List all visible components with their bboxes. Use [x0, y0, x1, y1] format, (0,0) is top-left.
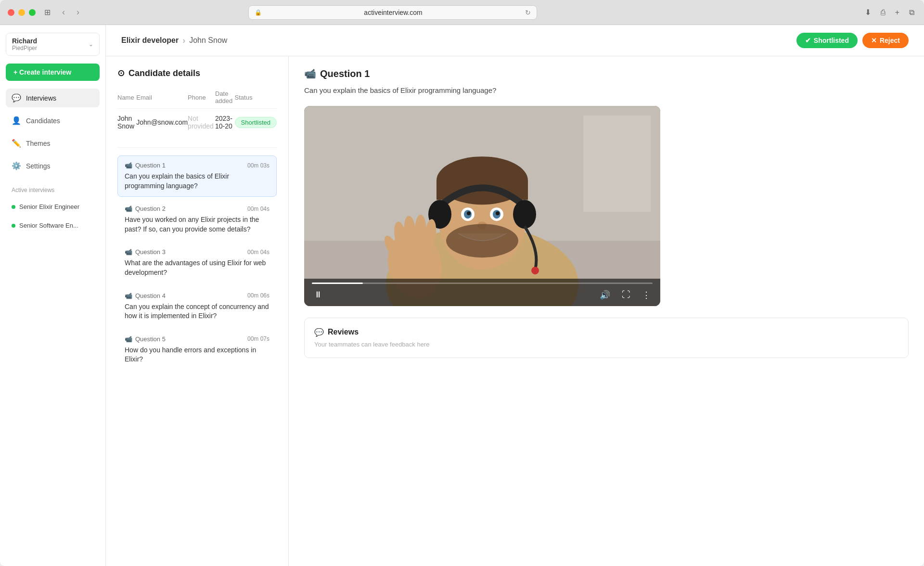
- left-panel: ⊙ Candidate details Name Email Phone Dat…: [106, 56, 289, 566]
- main-question-text: Can you explain the basics of Elixir pro…: [304, 85, 909, 96]
- question-4-label: 📹 Question 4: [125, 292, 166, 299]
- question-item-5[interactable]: 📹 Question 5 00m 07s How do you handle e…: [117, 329, 277, 371]
- back-btn[interactable]: ‹: [59, 5, 68, 19]
- new-tab-btn[interactable]: +: [893, 6, 901, 19]
- question-item-2[interactable]: 📹 Question 2 00m 04s Have you worked on …: [117, 199, 277, 240]
- question-2-header: 📹 Question 2 00m 04s: [125, 205, 270, 212]
- tabs-btn[interactable]: ⧉: [907, 6, 916, 19]
- question-3-label: 📹 Question 3: [125, 248, 166, 256]
- svg-point-12: [467, 211, 471, 215]
- question-list: 📹 Question 1 00m 03s Can you explain the…: [117, 155, 277, 371]
- sidebar-item-interviews[interactable]: 💬 Interviews: [6, 89, 100, 107]
- play-pause-button[interactable]: ⏸: [312, 288, 324, 302]
- sidebar-item-interviews-label: Interviews: [26, 94, 56, 102]
- sidebar-item-senior-elixir[interactable]: Senior Elixir Engineer: [6, 199, 100, 214]
- sidebar-item-settings[interactable]: ⚙️ Settings: [6, 156, 100, 175]
- window-controls: [8, 9, 36, 16]
- main-question-title: 📹 Question 1: [304, 68, 909, 79]
- question-4-duration: 00m 06s: [247, 292, 270, 299]
- shortlisted-button[interactable]: ✔ Shortlisted: [796, 33, 858, 48]
- close-dot[interactable]: [8, 9, 14, 16]
- breadcrumb-parent: Elixir developer: [121, 36, 179, 45]
- video-progress-fill: [312, 283, 363, 284]
- address-bar[interactable]: 🔒 activeinterview.com ↻: [248, 5, 537, 20]
- question-1-header: 📹 Question 1 00m 03s: [125, 162, 270, 169]
- col-status: Status: [235, 86, 277, 109]
- share-btn[interactable]: ⎙: [879, 6, 887, 19]
- candidate-date: 2023-10-20: [215, 109, 235, 136]
- minimize-dot[interactable]: [18, 9, 25, 16]
- more-options-button[interactable]: ⋮: [640, 288, 653, 302]
- video-control-buttons: ⏸ 🔊 ⛶ ⋮: [312, 288, 653, 302]
- download-btn[interactable]: ⬇: [863, 6, 873, 19]
- question-3-duration: 00m 04s: [247, 249, 270, 256]
- chevron-down-icon: ⌄: [89, 41, 93, 48]
- volume-button[interactable]: 🔊: [598, 288, 612, 302]
- themes-icon: ✏️: [12, 139, 21, 148]
- reject-button[interactable]: ✕ Reject: [862, 33, 909, 48]
- user-company: PiedPiper: [12, 45, 37, 51]
- question-4-header: 📹 Question 4 00m 06s: [125, 292, 270, 299]
- sidebar-item-candidates-label: Candidates: [26, 117, 60, 125]
- interviews-icon: 💬: [12, 93, 21, 103]
- sidebar-item-candidates[interactable]: 👤 Candidates: [6, 111, 100, 130]
- video-camera-icon-3: 📹: [125, 248, 132, 256]
- active-dot: [12, 205, 15, 209]
- video-progress-bar[interactable]: [312, 283, 653, 284]
- candidate-status: Shortlisted: [235, 109, 277, 136]
- reject-label: Reject: [880, 37, 900, 44]
- browser-action-buttons: ⬇ ⎙ + ⧉: [863, 6, 916, 19]
- sidebar-item-senior-elixir-label: Senior Elixir Engineer: [19, 203, 79, 210]
- browser-titlebar: ⊞ ‹ › 🔒 activeinterview.com ↻ ⬇ ⎙ + ⧉: [0, 0, 924, 25]
- question-1-text: Can you explain the basics of Elixir pro…: [125, 172, 270, 191]
- svg-point-17: [513, 200, 536, 229]
- video-frame-svg: [304, 106, 660, 306]
- question-5-label: 📹 Question 5: [125, 335, 166, 343]
- forward-btn[interactable]: ›: [74, 5, 82, 19]
- reload-btn[interactable]: ↻: [525, 9, 531, 16]
- video-camera-icon-5: 📹: [125, 335, 132, 343]
- col-name: Name: [117, 86, 136, 109]
- shortlisted-label: Shortlisted: [814, 37, 849, 44]
- video-right-controls: 🔊 ⛶ ⋮: [598, 288, 653, 302]
- sidebar-item-themes[interactable]: ✏️ Themes: [6, 134, 100, 153]
- right-panel: 📹 Question 1 Can you explain the basics …: [289, 56, 924, 566]
- reviews-icon: 💬: [314, 328, 324, 337]
- user-name: Richard: [12, 37, 37, 45]
- svg-point-15: [446, 224, 518, 257]
- main-content: Elixir developer › John Snow ✔ Shortlist…: [106, 25, 924, 566]
- svg-point-13: [496, 211, 500, 215]
- svg-point-18: [531, 267, 539, 274]
- question-3-header: 📹 Question 3 00m 04s: [125, 248, 270, 256]
- question-2-text: Have you worked on any Elixir projects i…: [125, 215, 270, 234]
- candidate-email: John@snow.com: [136, 109, 188, 136]
- question-item-3[interactable]: 📹 Question 3 00m 04s What are the advant…: [117, 242, 277, 283]
- question-item-4[interactable]: 📹 Question 4 00m 06s Can you explain the…: [117, 286, 277, 327]
- reject-x-icon: ✕: [871, 37, 877, 44]
- sidebar-item-settings-label: Settings: [26, 162, 51, 170]
- maximize-dot[interactable]: [29, 9, 36, 16]
- content-area: ⊙ Candidate details Name Email Phone Dat…: [106, 56, 924, 566]
- question-5-duration: 00m 07s: [247, 335, 270, 342]
- active-dot-2: [12, 224, 15, 228]
- user-profile[interactable]: Richard PiedPiper ⌄: [6, 33, 100, 56]
- active-interviews-label: Active interviews: [6, 183, 100, 195]
- video-icon-large: 📹: [304, 68, 316, 79]
- sidebar-item-senior-software-label: Senior Software En...: [19, 222, 78, 229]
- sidebar-item-senior-software[interactable]: Senior Software En...: [6, 218, 100, 233]
- fullscreen-button[interactable]: ⛶: [620, 288, 632, 302]
- top-action-buttons: ✔ Shortlisted ✕ Reject: [796, 33, 909, 48]
- video-camera-icon-4: 📹: [125, 292, 132, 299]
- create-interview-button[interactable]: + Create interview: [6, 64, 100, 81]
- status-badge: Shortlisted: [235, 117, 277, 128]
- breadcrumb-current: John Snow: [189, 36, 227, 45]
- lock-icon: 🔒: [255, 9, 262, 16]
- sidebar-toggle-btn[interactable]: ⊞: [41, 6, 53, 19]
- candidate-details-table: Name Email Phone Date added Status John …: [117, 86, 277, 136]
- video-player[interactable]: ⏸ 🔊 ⛶ ⋮: [304, 106, 660, 306]
- question-4-text: Can you explain the concept of concurren…: [125, 302, 270, 321]
- question-item-1[interactable]: 📹 Question 1 00m 03s Can you explain the…: [117, 155, 277, 197]
- candidate-phone: Not provided: [188, 109, 215, 136]
- sidebar: Richard PiedPiper ⌄ + Create interview 💬…: [0, 25, 106, 566]
- question-1-label: 📹 Question 1: [125, 162, 166, 169]
